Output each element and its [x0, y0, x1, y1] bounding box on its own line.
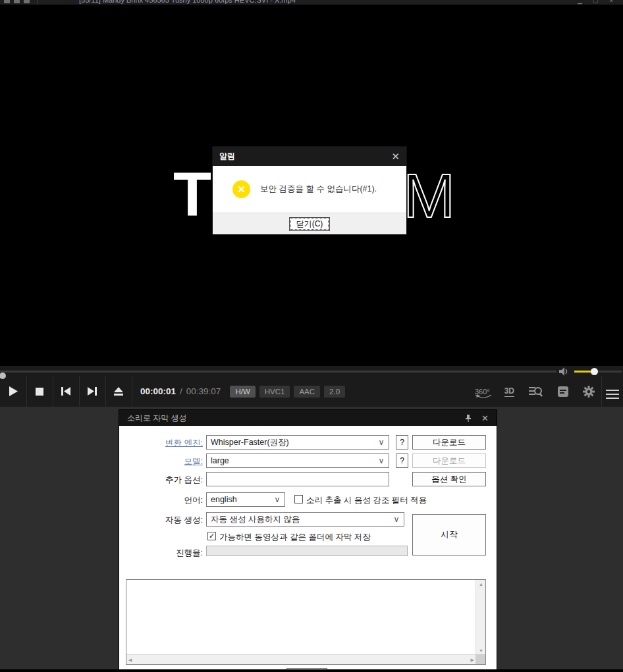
volume-fill — [574, 371, 593, 373]
save-same-folder-label: 가능하면 동영상과 같은 폴더에 자막 저장 — [219, 532, 371, 543]
language-dropdown[interactable]: english — [206, 492, 285, 507]
engine-label-link[interactable]: 변환 엔진: — [122, 438, 203, 449]
start-button[interactable]: 시작 — [412, 514, 486, 556]
3d-mode-icon[interactable]: 3D — [504, 386, 514, 397]
app-logo — [4, 0, 30, 3]
total-time: 00:39:07 — [186, 386, 221, 396]
pin-icon[interactable] — [464, 414, 472, 422]
model-download-button[interactable]: 다운로드 — [412, 453, 486, 468]
previous-button[interactable] — [53, 376, 79, 407]
close-icon[interactable]: ✕ — [609, 0, 614, 4]
transport-controls: 00:00:01 / 00:39:07 H/W HVC1 AAC 2.0 360… — [0, 376, 623, 407]
subtitle-generation-dialog: 소리로 자막 생성 ✕ 변환 엔진: Whisper-Faster(권장) ? … — [119, 409, 497, 669]
window-title: [55/11] Mandy Brinx 456565 Tushy 1080p 6… — [79, 0, 296, 4]
subtitle-dialog-body: 변환 엔진: Whisper-Faster(권장) ? 다운로드 모델: lar… — [119, 426, 497, 669]
scrollbar-corner — [475, 654, 485, 664]
model-help-button[interactable]: ? — [396, 453, 408, 468]
alert-dialog: 알림 ✕ ✕ 보안 검증을 할 수 없습니다(#1). 닫기(C) — [212, 146, 407, 235]
progress-label: 진행율: — [122, 548, 203, 559]
desktop-background: 소리로 자막 생성 ✕ 변환 엔진: Whisper-Faster(권장) ? … — [0, 407, 623, 669]
check-options-button[interactable]: 옵션 확인 — [412, 472, 486, 486]
subtitle-panel-icon[interactable] — [558, 386, 568, 397]
volume-slider[interactable] — [574, 371, 622, 373]
engine-download-button[interactable]: 다운로드 — [412, 435, 486, 450]
extra-options-label: 추가 옵션: — [122, 475, 203, 486]
minimize-icon[interactable]: ▁ — [578, 0, 582, 4]
video-codec-badge: HVC1 — [259, 386, 290, 398]
toolbar-icons: 360° 3D — [475, 376, 595, 407]
error-icon: ✕ — [232, 180, 250, 198]
subtitle-dialog-close-icon[interactable]: ✕ — [481, 413, 489, 423]
subtitle-search-icon[interactable] — [529, 386, 543, 397]
alert-title: 알림 — [219, 151, 391, 162]
titlebar-divider — [37, 0, 38, 5]
model-dropdown[interactable]: large — [206, 453, 389, 468]
current-time: 00:00:01 — [140, 386, 176, 396]
engine-help-button[interactable]: ? — [396, 435, 408, 450]
next-button[interactable] — [79, 376, 105, 407]
engine-dropdown[interactable]: Whisper-Faster(권장) — [206, 435, 389, 450]
save-same-folder-checkbox[interactable] — [207, 532, 216, 540]
stop-button[interactable] — [26, 376, 53, 407]
video-logo-letter-m: M — [403, 165, 455, 227]
window-bottom-edge — [0, 669, 623, 672]
alert-message: 보안 검증을 할 수 없습니다(#1). — [260, 184, 377, 195]
vertical-scrollbar[interactable]: ▲ ▼ — [475, 580, 485, 655]
auto-generate-dropdown[interactable]: 자동 생성 사용하지 않음 — [206, 512, 404, 527]
alert-footer: 닫기(C) — [213, 213, 406, 234]
time-display: 00:00:01 / 00:39:07 H/W HVC1 AAC 2.0 — [140, 376, 345, 407]
settings-gear-icon[interactable] — [583, 386, 595, 398]
voice-filter-label: 소리 추출 시 음성 강조 필터 적용 — [306, 495, 427, 506]
eject-button[interactable] — [105, 376, 132, 407]
volume-knob[interactable] — [591, 368, 598, 375]
auto-generate-label: 자동 생성: — [122, 515, 203, 526]
subtitle-dialog-titlebar[interactable]: 소리로 자막 생성 ✕ — [119, 410, 497, 426]
alert-close-button[interactable]: 닫기(C) — [289, 217, 330, 231]
audio-codec-badge: AAC — [294, 386, 320, 398]
video-logo-letter-t: T — [173, 163, 210, 226]
alert-titlebar[interactable]: 알림 ✕ — [213, 147, 406, 166]
control-bar: 00:00:01 / 00:39:07 H/W HVC1 AAC 2.0 360… — [0, 366, 623, 407]
progress-bar — [206, 546, 408, 556]
language-label: 언어: — [122, 495, 203, 506]
potplayer-window: [55/11] Mandy Brinx 456565 Tushy 1080p 6… — [0, 0, 623, 672]
alert-close-icon[interactable]: ✕ — [391, 151, 400, 163]
horizontal-scrollbar[interactable]: ◀ ▶ — [126, 654, 476, 664]
volume-icon[interactable] — [558, 367, 570, 376]
playlist-menu-icon[interactable] — [606, 387, 619, 399]
window-titlebar[interactable]: [55/11] Mandy Brinx 456565 Tushy 1080p 6… — [0, 0, 623, 5]
subtitle-dialog-title: 소리로 자막 생성 — [127, 413, 455, 424]
log-textarea[interactable]: ▲ ▼ ◀ ▶ — [126, 579, 486, 665]
audio-channels-badge: 2.0 — [324, 386, 345, 398]
maximize-icon[interactable]: ▢ — [593, 0, 599, 4]
alert-body: ✕ 보안 검증을 할 수 없습니다(#1). — [213, 166, 406, 213]
voice-filter-checkbox[interactable] — [294, 495, 303, 504]
seek-bar[interactable] — [0, 371, 556, 373]
extra-options-input[interactable] — [206, 472, 389, 486]
model-label-link[interactable]: 모델: — [122, 456, 203, 467]
360-view-icon[interactable]: 360° — [475, 388, 490, 396]
hw-decoding-badge: H/W — [230, 386, 255, 398]
play-button[interactable] — [0, 376, 26, 407]
video-area[interactable]: T M 알림 ✕ ✕ 보안 검증을 할 수 없습니다(#1). 닫기(C) — [0, 6, 623, 366]
